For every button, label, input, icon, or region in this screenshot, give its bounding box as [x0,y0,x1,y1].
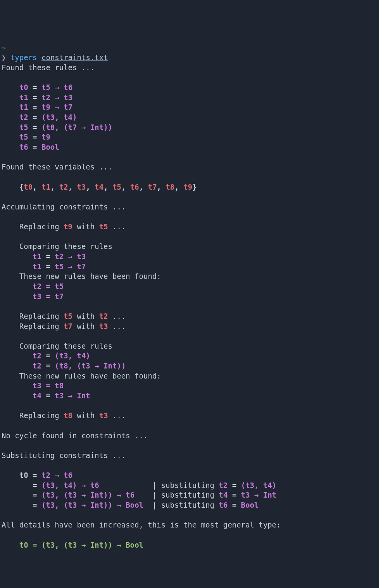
rule-lhs: t1 [19,93,28,102]
final-lhs: t0 [19,541,28,549]
rule-lhs: t5 [19,123,28,131]
new-rule: t3 = t7 [33,292,64,301]
var-item: t2 [59,183,68,191]
header-accumulating: Accumulating constraints ... [2,202,126,211]
new-rule: t2 = t5 [33,282,64,291]
rule-lhs: t5 [19,133,28,141]
var-item: t3 [77,183,86,191]
prompt-caret: ❯ [2,53,6,62]
rule-lhs: t1 [19,103,28,111]
header-substituting: Substituting constraints ... [2,451,126,460]
var-item: t9 [183,183,192,191]
var-item: t0 [24,183,33,191]
brace-open: { [19,183,24,191]
command-arg-file[interactable]: constraints.txt [41,53,108,62]
rule-lhs: t0 [19,83,28,92]
tilde: ~ [2,43,6,52]
var-item: t4 [95,183,103,191]
command-name: typers [10,53,37,62]
brace-close: } [192,183,196,191]
var-item: t5 [112,183,121,191]
pipe: | [152,481,157,489]
subst-lhs: t0 = [19,471,41,479]
comparing-label: Comparing these rules [19,242,112,251]
rule-lhs: t6 [19,143,28,151]
newrules-label: These new rules have been found: [19,272,161,280]
replacing-label: Replacing [19,222,64,231]
new-rule: t4 [33,391,41,400]
header-no-cycle: No cycle found in constraints ... [2,431,148,440]
new-rule: t3 = t8 [33,381,64,390]
header-found-rules: Found these rules ... [2,63,95,72]
var-item: t8 [165,183,174,191]
header-all-details: All details have been increased, this is… [2,521,281,529]
var-item: t1 [41,183,50,191]
header-found-vars: Found these variables ... [2,163,112,171]
var-item: t6 [130,183,139,191]
var-item: t7 [148,183,157,191]
rule-lhs: t2 [19,113,28,121]
final-rhs: (t3, (t3 → Int)) → Bool [41,541,143,549]
